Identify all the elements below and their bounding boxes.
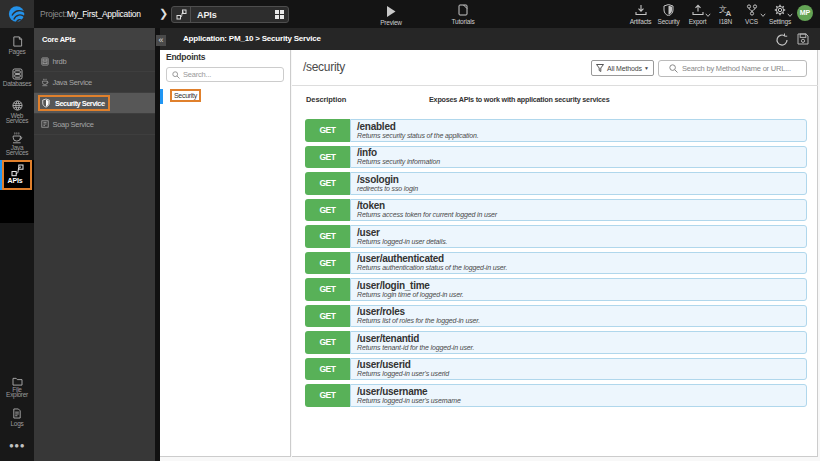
svg-text:A: A bbox=[726, 9, 732, 17]
